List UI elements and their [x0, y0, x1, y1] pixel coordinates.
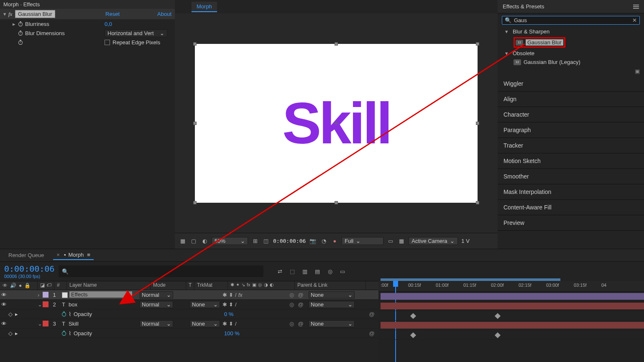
layer-track[interactable] — [378, 301, 644, 311]
zoom-dropdown[interactable]: 50%⌄ — [212, 237, 248, 245]
shy-icon[interactable]: ▥ — [301, 268, 309, 275]
tree-item-gaussian-blur-legacy[interactable]: 32Gaussian Blur (Legacy) — [498, 58, 644, 66]
layer-bar[interactable] — [381, 293, 644, 300]
mask-icon[interactable]: ◐ — [201, 237, 208, 245]
composition-frame[interactable]: Skill ✛ — [195, 44, 478, 203]
fx-icon[interactable]: fx — [8, 11, 15, 18]
panel-motion-sketch[interactable]: Motion Sketch — [498, 153, 644, 169]
col-layer-name[interactable]: Layer Name — [67, 281, 151, 290]
graph-icon[interactable]: ⌇ — [69, 311, 71, 317]
panel-preview[interactable]: Preview — [498, 215, 644, 231]
twirl-right-icon[interactable]: ▸ — [13, 21, 18, 27]
handle-ml[interactable] — [193, 122, 197, 125]
composition-tab[interactable]: Morph — [192, 2, 217, 12]
visibility-toggle[interactable]: 👁 — [0, 321, 8, 327]
layer-switches[interactable]: ✱⬍/ — [220, 321, 287, 327]
prop-blurriness[interactable]: ▸ Blurriness 0,0 — [0, 19, 175, 28]
solo-col-icon[interactable]: ● — [19, 283, 22, 288]
transparency-grid-icon[interactable]: ▢ — [190, 237, 197, 245]
layer-name[interactable]: TSkill — [60, 321, 140, 327]
blend-mode-dropdown[interactable]: Normal⌄ — [140, 291, 173, 298]
blurriness-value[interactable]: 0,0 — [105, 21, 112, 27]
frame-blend-icon[interactable]: ▤ — [314, 268, 321, 275]
property-value[interactable]: 0 % — [224, 311, 233, 317]
keyframe-nav-next[interactable]: ▸ — [13, 330, 19, 337]
keyframe-nav-prev[interactable]: ◇ — [8, 311, 13, 317]
col-parent[interactable]: Parent & Link — [295, 281, 366, 290]
parent-pickwhip-icon[interactable]: @ — [296, 301, 305, 308]
panel-wiggler[interactable]: Wiggler — [498, 76, 644, 92]
effect-header-row[interactable]: ▾ fx Gaussian Blur Reset About — [0, 9, 175, 19]
keyframe-icon[interactable] — [410, 313, 416, 319]
label-color[interactable] — [43, 321, 49, 326]
layer-name[interactable]: Tbox — [60, 301, 140, 308]
property-value[interactable]: 100 % — [224, 330, 240, 337]
twirl-icon[interactable]: ⌄ — [38, 301, 43, 308]
handle-bl[interactable] — [193, 201, 197, 204]
col-num[interactable]: # — [54, 281, 67, 290]
twirl-down-icon[interactable]: ▾ — [3, 11, 8, 17]
layer-track[interactable] — [378, 321, 644, 330]
timeline-tracks[interactable]: :00f00:15f01:00f01:15f02:00f02:15f03:00f… — [378, 281, 644, 362]
layer-switches[interactable]: ✱⬍/ — [220, 301, 287, 308]
matte-icon[interactable]: ◎ — [287, 292, 296, 298]
stopwatch-icon[interactable] — [61, 311, 67, 317]
twirl-icon[interactable]: ⌄ — [38, 321, 43, 327]
panel-smoother[interactable]: Smoother — [498, 169, 644, 184]
effects-presets-header[interactable]: Effects & Presets — [498, 0, 644, 13]
label-color[interactable] — [43, 292, 49, 298]
graph-editor-icon[interactable]: ▭ — [339, 268, 346, 275]
stopwatch-icon[interactable] — [18, 30, 23, 36]
col-mode[interactable]: Mode — [151, 281, 186, 290]
twirl-icon[interactable]: › — [38, 292, 43, 298]
reset-link[interactable]: Reset — [105, 11, 120, 17]
views-dropdown[interactable]: 1 V — [461, 238, 470, 244]
handle-tr[interactable] — [476, 42, 479, 46]
matte-icon[interactable]: ◎ — [287, 321, 296, 327]
res-icon[interactable]: ⊞ — [251, 237, 259, 245]
eye-col-icon[interactable]: 👁 — [3, 283, 8, 288]
tab-render-queue[interactable]: Render Queue — [5, 251, 47, 260]
stopwatch-icon[interactable] — [18, 21, 23, 27]
visibility-toggle[interactable]: 👁 — [0, 292, 8, 298]
panel-menu-icon[interactable] — [633, 5, 639, 9]
parent-dropdown[interactable]: None⌄ — [309, 320, 355, 327]
layer-name[interactable]: Effects — [60, 291, 140, 298]
effects-search-input[interactable] — [514, 17, 632, 23]
layer-bar[interactable] — [381, 303, 644, 309]
tree-group-obsolete[interactable]: ▾Obsolete — [498, 49, 644, 58]
property-track[interactable] — [378, 330, 644, 340]
panel-paragraph[interactable]: Paragraph — [498, 122, 644, 138]
parent-dropdown[interactable]: None⌄ — [309, 291, 355, 298]
keyframe-icon[interactable] — [495, 332, 501, 338]
keyframe-icon[interactable] — [410, 332, 416, 338]
time-ruler[interactable]: :00f00:15f01:00f01:15f02:00f02:15f03:00f… — [378, 281, 644, 292]
about-link[interactable]: About — [157, 11, 171, 17]
camera-dropdown[interactable]: Active Camera⌄ — [409, 237, 458, 245]
motion-blur-icon[interactable]: ◎ — [326, 268, 334, 275]
handle-tc[interactable] — [335, 42, 338, 46]
stopwatch-icon[interactable] — [61, 330, 67, 336]
keyframe-icon[interactable] — [495, 313, 501, 319]
parent-pickwhip-icon[interactable]: @ — [296, 292, 305, 298]
resolution-dropdown[interactable]: Full⌄ — [342, 237, 383, 245]
prop-repeat[interactable]: Repeat Edge Pixels — [0, 38, 175, 47]
channel-icon[interactable]: ◔ — [320, 237, 327, 245]
grid-icon[interactable]: ▦ — [398, 237, 405, 245]
handle-br[interactable] — [476, 201, 479, 204]
effect-name-badge[interactable]: Gaussian Blur — [15, 10, 55, 18]
lock-col-icon[interactable]: 🔒 — [24, 283, 31, 288]
tree-item-gaussian-blur[interactable]: 32 Gaussian Blur — [498, 36, 644, 49]
expression-pickwhip-icon[interactable]: @ — [367, 330, 376, 337]
snapshot-icon[interactable]: 📷 — [309, 237, 317, 245]
dimensions-dropdown[interactable]: Horizontal and Vert⌄ — [105, 29, 167, 37]
label-col-icon[interactable]: ◪ — [40, 282, 45, 289]
visibility-toggle[interactable]: 👁 — [0, 301, 8, 308]
handle-tl[interactable] — [193, 42, 197, 46]
3d-draft-icon[interactable]: ⬚ — [289, 268, 296, 275]
property-track[interactable] — [378, 311, 644, 321]
stopwatch-icon[interactable] — [18, 39, 23, 45]
keyframe-nav-prev[interactable]: ◇ — [8, 330, 13, 337]
parent-dropdown[interactable]: None⌄ — [309, 301, 355, 308]
blend-mode-dropdown[interactable]: Normal⌄ — [140, 301, 173, 308]
